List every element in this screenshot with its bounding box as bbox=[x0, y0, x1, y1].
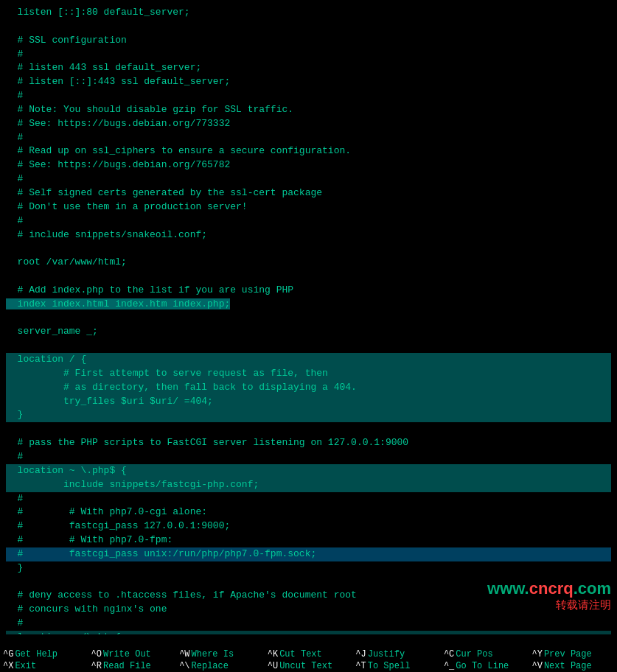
shortcut-row-0: ^GGet Help^OWrite Out^WWhere Is^KCut Tex… bbox=[0, 648, 617, 660]
shortcut-label: Where Is bbox=[192, 649, 234, 659]
shortcut-label: Justify bbox=[368, 649, 405, 659]
shortcut-item-cur-pos[interactable]: ^CCur Pos bbox=[441, 649, 529, 659]
shortcut-key: ^T bbox=[355, 661, 366, 671]
bottom-bar: ^GGet Help^OWrite Out^WWhere Is^KCut Tex… bbox=[0, 634, 617, 672]
shortcut-label: To Spell bbox=[368, 661, 411, 671]
shortcut-key: ^U bbox=[268, 661, 278, 671]
editor-area[interactable]: listen [::]:80 default_server; # SSL con… bbox=[0, 3, 617, 634]
shortcut-key: ^_ bbox=[444, 661, 454, 671]
shortcut-item-read-file[interactable]: ^RRead File bbox=[88, 661, 177, 671]
shortcut-item-exit[interactable]: ^XExit bbox=[0, 661, 88, 671]
shortcut-label: Exit bbox=[15, 661, 36, 671]
shortcut-key: ^W bbox=[179, 649, 189, 659]
shortcut-item-go-to-line[interactable]: ^_Go To Line bbox=[441, 661, 529, 671]
shortcut-key: ^G bbox=[3, 649, 13, 659]
editor-text: listen [::]:80 default_server; # SSL con… bbox=[6, 6, 611, 634]
shortcut-key: ^O bbox=[91, 649, 102, 659]
shortcut-item-to-spell[interactable]: ^TTo Spell bbox=[352, 661, 441, 671]
shortcut-item-cut-text[interactable]: ^KCut Text bbox=[265, 649, 353, 659]
shortcut-key: ^C bbox=[444, 649, 454, 659]
shortcut-label: Go To Line bbox=[456, 661, 509, 671]
shortcut-label: Write Out bbox=[103, 649, 151, 659]
shortcut-label: Cut Text bbox=[279, 649, 322, 659]
shortcut-item-uncut-text[interactable]: ^UUncut Text bbox=[265, 661, 353, 671]
shortcut-row-1: ^XExit^RRead File^\Replace^UUncut Text^T… bbox=[0, 660, 617, 672]
shortcut-key: ^V bbox=[531, 661, 542, 671]
status-line bbox=[0, 634, 617, 648]
shortcut-label: Uncut Text bbox=[279, 661, 332, 671]
shortcut-item-get-help[interactable]: ^GGet Help bbox=[0, 649, 88, 659]
shortcut-label: Cur Pos bbox=[456, 649, 492, 659]
shortcut-label: Prev Page bbox=[544, 649, 592, 659]
shortcut-item-prev-page[interactable]: ^YPrev Page bbox=[529, 649, 617, 659]
shortcut-label: Get Help bbox=[15, 649, 57, 659]
shortcut-item-justify[interactable]: ^JJustify bbox=[352, 649, 441, 659]
shortcut-label: Read File bbox=[103, 661, 151, 671]
shortcut-item-write-out[interactable]: ^OWrite Out bbox=[88, 649, 177, 659]
shortcut-key: ^J bbox=[355, 649, 366, 659]
shortcut-key: ^Y bbox=[531, 649, 542, 659]
shortcut-key: ^K bbox=[268, 649, 278, 659]
shortcut-label: Replace bbox=[192, 661, 229, 671]
shortcut-key: ^\ bbox=[179, 661, 189, 671]
shortcut-key: ^R bbox=[91, 661, 102, 671]
shortcut-bar: ^GGet Help^OWrite Out^WWhere Is^KCut Tex… bbox=[0, 648, 617, 672]
shortcut-item-replace[interactable]: ^\Replace bbox=[176, 661, 265, 671]
shortcut-item-where-is[interactable]: ^WWhere Is bbox=[176, 649, 265, 659]
shortcut-item-next-page[interactable]: ^VNext Page bbox=[529, 661, 617, 671]
shortcut-key: ^X bbox=[3, 661, 13, 671]
shortcut-label: Next Page bbox=[544, 661, 592, 671]
